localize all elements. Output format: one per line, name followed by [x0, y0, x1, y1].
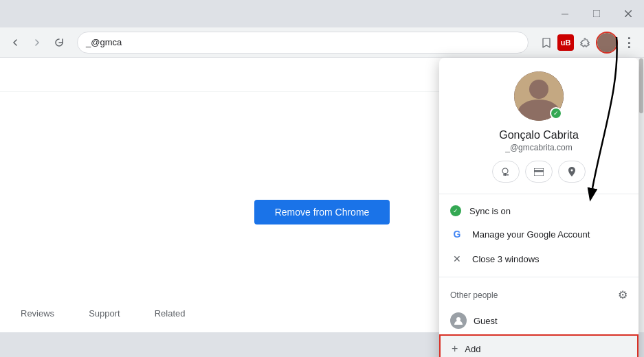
avatar-container: ✓	[514, 71, 564, 121]
sync-badge-icon: ✓	[550, 107, 562, 119]
svg-point-4	[502, 168, 508, 174]
window-controls	[549, 0, 644, 27]
title-bar	[0, 0, 644, 27]
quick-actions	[492, 161, 586, 183]
remove-from-chrome-button[interactable]: Remove from Chrome	[254, 200, 390, 224]
close-x-icon: ✕	[450, 252, 464, 266]
panel-footer: Other people ⚙ Guest + Add	[439, 277, 639, 357]
panel-header: ✓ Gonçalo Cabrita _@gmcabrita.com	[439, 58, 639, 194]
tab-support[interactable]: Support	[89, 308, 120, 319]
manage-account-label: Manage your Google Account	[472, 229, 590, 240]
browser-toolbar: _@gmca uB ⋮	[0, 27, 644, 58]
close-button[interactable]	[612, 0, 644, 27]
svg-rect-8	[534, 170, 544, 172]
google-g-icon: G	[450, 227, 464, 241]
address-bar[interactable]: _@gmca	[77, 32, 529, 54]
people-settings-icon[interactable]: ⚙	[618, 288, 628, 301]
add-icon: +	[452, 343, 458, 355]
user-email: _@gmcabrita.com	[505, 143, 573, 152]
close-windows-item[interactable]: ✕ Close 3 windows	[439, 246, 639, 271]
forward-button[interactable]	[27, 33, 47, 52]
menu-button[interactable]: ⋮	[619, 33, 639, 52]
toolbar-right-buttons: uB ⋮	[537, 32, 639, 54]
content-tabs: Reviews Support Related	[21, 308, 185, 319]
guest-avatar-icon	[450, 312, 467, 329]
passwords-button[interactable]	[492, 161, 520, 183]
ublock-button[interactable]: uB	[557, 34, 574, 51]
back-button[interactable]	[5, 33, 25, 52]
guest-label: Guest	[474, 316, 498, 326]
payments-button[interactable]	[525, 161, 553, 183]
guest-item[interactable]: Guest	[439, 307, 639, 334]
tab-related[interactable]: Related	[155, 308, 186, 319]
maximize-button[interactable]	[581, 0, 612, 27]
puzzle-button[interactable]	[575, 33, 595, 52]
add-label: Add	[465, 344, 480, 354]
svg-rect-0	[562, 14, 568, 14]
bookmark-button[interactable]	[537, 33, 556, 52]
panel-menu: ✓ Sync is on G Manage your Google Accoun…	[439, 194, 639, 277]
minimize-button[interactable]	[549, 0, 581, 27]
user-name: Gonçalo Cabrita	[499, 129, 579, 141]
svg-rect-6	[503, 174, 509, 176]
close-windows-label: Close 3 windows	[472, 254, 540, 264]
refresh-button[interactable]	[49, 33, 69, 52]
addresses-button[interactable]	[558, 161, 586, 183]
tab-reviews[interactable]: Reviews	[21, 308, 54, 319]
scrollbar-thumb[interactable]	[639, 58, 643, 113]
svg-rect-1	[593, 10, 600, 17]
sync-label: Sync is on	[469, 206, 511, 216]
sync-icon: ✓	[450, 205, 461, 216]
scrollbar[interactable]	[639, 58, 644, 332]
manage-account-item[interactable]: G Manage your Google Account	[439, 222, 639, 246]
profile-panel: ✓ Gonçalo Cabrita _@gmcabrita.com ✓ Sync…	[439, 58, 639, 357]
chrome-window: _@gmca uB ⋮ ⚙ _@gmca	[0, 0, 644, 357]
other-people-label: Other people	[450, 290, 498, 300]
sync-menu-item[interactable]: ✓ Sync is on	[439, 200, 639, 222]
profile-button[interactable]	[596, 32, 618, 54]
add-account-item[interactable]: + Add	[439, 334, 639, 357]
address-text: _@gmca	[86, 37, 520, 47]
other-people-header: Other people ⚙	[439, 283, 639, 307]
